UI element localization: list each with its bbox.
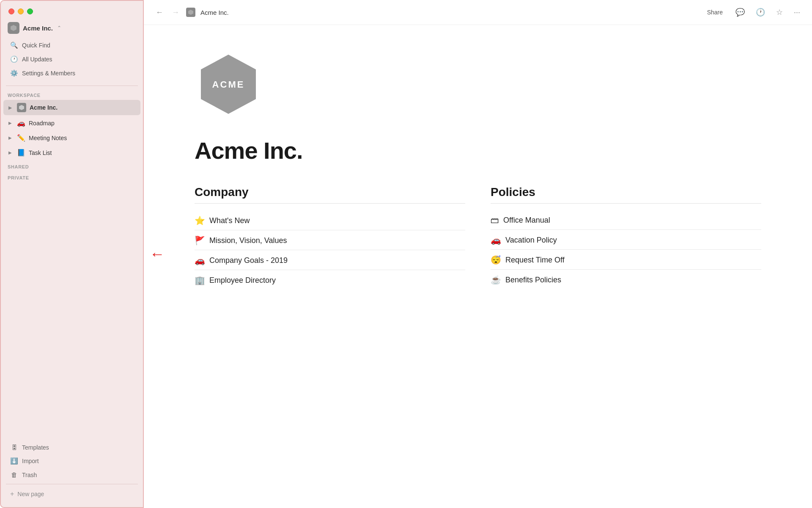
whats-new-text: What's New <box>209 216 250 225</box>
history-button[interactable]: 🕐 <box>754 6 767 19</box>
new-page-label: New page <box>17 491 44 497</box>
list-item[interactable]: 🏢 Employee Directory <box>195 271 465 290</box>
workspace-chevron-icon: ⌃ <box>57 25 61 31</box>
settings-label: Settings & Members <box>22 70 75 77</box>
chevron-down-icon: ▶ <box>8 105 14 110</box>
policies-list: 🗃 Office Manual 🚗 Vacation Policy 😴 Requ… <box>491 211 761 289</box>
more-options-button[interactable]: ··· <box>792 6 802 19</box>
roadmap-emoji: 🚗 <box>17 119 25 127</box>
employee-dir-text: Employee Directory <box>209 276 276 285</box>
goals-text: Company Goals - 2019 <box>209 256 288 265</box>
list-item[interactable]: ☕ Benefits Policies <box>491 271 761 289</box>
benefits-text: Benefits Policies <box>505 276 561 284</box>
list-item[interactable]: 🗃 Office Manual <box>491 211 761 230</box>
sidebar-nav: 🔍 Quick Find 🕐 All Updates ⚙️ Settings &… <box>1 36 143 83</box>
workspace-header[interactable]: Acme Inc. ⌃ <box>1 19 143 36</box>
workspace-icon <box>8 22 19 34</box>
titlebar: ← → Acme Inc. Share 💬 🕐 ☆ ··· <box>144 0 812 25</box>
list-item[interactable]: 🚗 Company Goals - 2019 <box>195 251 465 270</box>
list-item[interactable]: 😴 Request Time Off <box>491 251 761 270</box>
sidebar-item-templates[interactable]: 🎛 Templates <box>3 441 140 454</box>
office-manual-text: Office Manual <box>503 216 550 225</box>
svg-marker-1 <box>19 105 24 110</box>
whats-new-emoji: ⭐ <box>195 215 205 226</box>
clock-icon: 🕐 <box>10 55 18 63</box>
workspace-section-label: WORKSPACE <box>1 88 143 99</box>
comment-button[interactable]: 💬 <box>734 6 746 19</box>
shared-section-label: SHARED <box>1 160 143 171</box>
plus-icon: + <box>10 490 14 498</box>
main-content: ← → Acme Inc. Share 💬 🕐 ☆ ··· ACME <box>144 0 812 508</box>
sidebar-bottom: 🎛 Templates ⬇️ Import 🗑 Trash + New page <box>1 437 143 507</box>
sidebar-item-roadmap[interactable]: ▶ 🚗 Roadmap <box>3 116 140 130</box>
back-button[interactable]: ← <box>154 7 165 18</box>
titlebar-page-title: Acme Inc. <box>200 9 229 16</box>
list-item[interactable]: 🚗 Vacation Policy <box>491 231 761 250</box>
vacation-policy-emoji: 🚗 <box>491 235 501 245</box>
favorite-button[interactable]: ☆ <box>774 6 785 19</box>
sidebar-item-quick-find[interactable]: 🔍 Quick Find <box>3 39 140 52</box>
import-icon: ⬇️ <box>10 457 18 465</box>
meeting-notes-emoji: ✏️ <box>17 134 25 142</box>
sidebar: Acme Inc. ⌃ 🔍 Quick Find 🕐 All Updates ⚙… <box>0 0 144 508</box>
mission-emoji: 🚩 <box>195 235 205 246</box>
office-manual-emoji: 🗃 <box>491 215 499 225</box>
time-off-emoji: 😴 <box>491 255 501 265</box>
search-icon: 🔍 <box>10 41 18 49</box>
chevron-right-icon: ▶ <box>8 150 14 155</box>
acme-icon <box>17 103 26 112</box>
forward-button[interactable]: → <box>170 7 181 18</box>
list-item[interactable]: ⭐ What's New <box>195 211 465 230</box>
list-item[interactable]: 🚩 Mission, Vision, Values <box>195 231 465 250</box>
acme-inc-label: Acme Inc. <box>30 104 58 111</box>
roadmap-label: Roadmap <box>29 120 55 127</box>
quick-find-label: Quick Find <box>22 42 50 49</box>
templates-label: Templates <box>22 444 49 451</box>
titlebar-right: Share 💬 🕐 ☆ ··· <box>704 6 802 19</box>
goals-emoji: 🚗 <box>195 255 205 265</box>
trash-label: Trash <box>22 472 37 478</box>
new-page-button[interactable]: + New page <box>3 487 140 501</box>
acme-hex-logo: ACME <box>195 50 262 118</box>
company-list: ⭐ What's New 🚩 Mission, Vision, Values 🚗… <box>195 211 465 290</box>
chevron-right-icon: ▶ <box>8 135 14 140</box>
svg-text:ACME: ACME <box>212 79 245 90</box>
policies-heading: Policies <box>491 185 761 204</box>
task-list-label: Task List <box>29 149 52 156</box>
sidebar-item-all-updates[interactable]: 🕐 All Updates <box>3 52 140 66</box>
svg-marker-2 <box>188 10 193 15</box>
company-heading: Company <box>195 185 465 204</box>
share-button[interactable]: Share <box>704 7 726 17</box>
page-body: ACME Acme Inc. Company ⭐ What's New 🚩 Mi… <box>144 25 812 508</box>
workspace-name: Acme Inc. <box>23 25 53 32</box>
hex-logo-wrapper: ACME <box>195 50 761 120</box>
sidebar-item-task-list[interactable]: ▶ 📘 Task List <box>3 146 140 160</box>
sidebar-divider <box>6 86 138 86</box>
task-list-emoji: 📘 <box>17 149 25 157</box>
gear-icon: ⚙️ <box>10 69 18 77</box>
close-button[interactable] <box>8 8 14 14</box>
templates-icon: 🎛 <box>10 444 18 451</box>
chevron-right-icon: ▶ <box>8 121 14 125</box>
minimize-button[interactable] <box>18 8 24 14</box>
private-section-label: PRIVATE <box>1 171 143 182</box>
titlebar-left: ← → Acme Inc. <box>154 7 229 18</box>
page-icon-small <box>186 8 195 17</box>
benefits-emoji: ☕ <box>491 275 501 285</box>
maximize-button[interactable] <box>27 8 33 14</box>
vacation-policy-text: Vacation Policy <box>505 236 557 245</box>
employee-dir-emoji: 🏢 <box>195 275 205 285</box>
traffic-lights <box>1 1 143 19</box>
trash-icon: 🗑 <box>10 471 18 478</box>
meeting-notes-label: Meeting Notes <box>29 135 67 141</box>
sidebar-item-acme-inc[interactable]: ▶ Acme Inc. <box>3 100 140 115</box>
import-label: Import <box>22 458 39 464</box>
sidebar-item-meeting-notes[interactable]: ▶ ✏️ Meeting Notes <box>3 131 140 145</box>
page-heading: Acme Inc. <box>195 137 761 164</box>
svg-marker-0 <box>11 25 16 31</box>
sidebar-item-import[interactable]: ⬇️ Import <box>3 454 140 468</box>
sidebar-item-settings[interactable]: ⚙️ Settings & Members <box>3 66 140 80</box>
sidebar-item-trash[interactable]: 🗑 Trash <box>3 468 140 481</box>
mission-text: Mission, Vision, Values <box>209 236 287 245</box>
all-updates-label: All Updates <box>22 56 52 63</box>
